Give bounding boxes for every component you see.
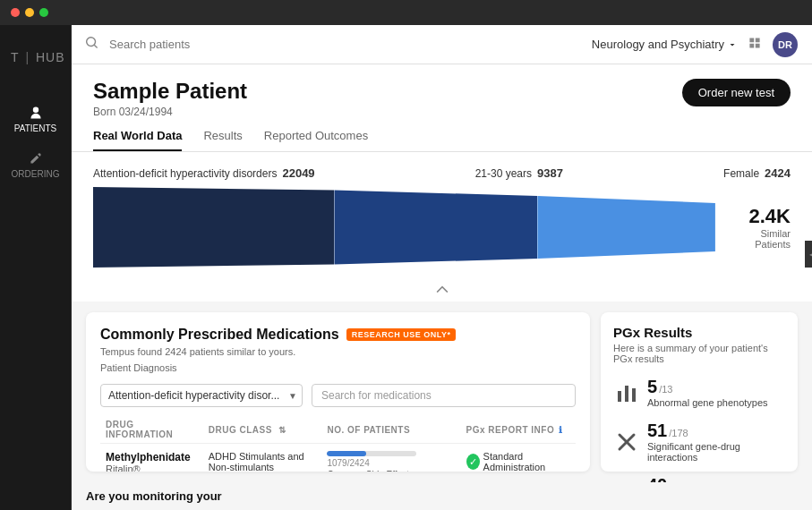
col-pgx-info: PGx REPORT INFO ℹ	[461, 416, 576, 444]
bottom-section: Commonly Prescribed Medications RESEARCH…	[72, 302, 812, 482]
funnel-text-2: 21-30 years	[475, 167, 532, 180]
minimize-dot[interactable]	[25, 8, 34, 17]
funnel-section: Attention-deficit hyperactivity disorder…	[72, 152, 812, 275]
medications-card: Commonly Prescribed Medications RESEARCH…	[86, 312, 590, 472]
sidebar-label-ordering: ORDERING	[12, 169, 60, 179]
pgx-num-2: 51	[647, 421, 667, 441]
col-drug-info: DRUG INFORMATION	[100, 416, 203, 444]
funnel-count-2: 9387	[537, 166, 563, 180]
info-icon[interactable]: ℹ	[559, 425, 563, 435]
sidebar-nav: PATIENTS ORDERING	[0, 97, 71, 188]
logo-sep: |	[25, 50, 30, 64]
filter-label: Patient Diagnosis	[100, 362, 576, 373]
patients-cell: 1079/2424 Common Side Effects Most Commo…	[321, 444, 460, 472]
close-dot[interactable]	[11, 8, 20, 17]
svg-rect-2	[632, 388, 636, 402]
filter-row: Attention-deficit hyperactivity disor...…	[100, 384, 576, 407]
grid-icon[interactable]	[748, 36, 762, 54]
pgx-numbers-1: 5 /13	[647, 377, 768, 397]
funnel-bar-2	[334, 187, 537, 268]
svg-rect-1	[625, 386, 628, 402]
patient-name: Sample Patient	[93, 79, 247, 104]
pgx-numbers-2: 51 /178	[647, 421, 785, 441]
sidebar: T | HUB PATIENTS ORDERING	[0, 25, 72, 510]
pgx-data-2: 51 /178 Significant gene-drug interactio…	[647, 421, 785, 463]
patient-tabs: Real World Data Results Reported Outcome…	[72, 129, 812, 152]
pgx-numbers-3: 40 /118	[647, 475, 785, 482]
patients-label: 1079/2424	[327, 458, 455, 468]
avatar-initials: DR	[778, 39, 792, 50]
monitoring-text: Are you monitoring your	[86, 489, 222, 503]
col-pgx-label: PGx REPORT INFO	[466, 425, 555, 435]
main-content: Neurology and Psychiatry DR	[72, 25, 812, 510]
tab-results[interactable]: Results	[203, 129, 242, 151]
pgx-row-2: 51 /178 Significant gene-drug interactio…	[613, 421, 785, 463]
patient-info: Sample Patient Born 03/24/1994	[93, 79, 247, 118]
sidebar-label-patients: PATIENTS	[14, 123, 56, 133]
diagnosis-select[interactable]: Attention-deficit hyperactivity disor...	[100, 384, 303, 407]
sidebar-collapse-btn[interactable]: ◀	[805, 241, 812, 268]
avatar[interactable]: DR	[773, 32, 798, 57]
funnel-count-3: 2424	[765, 166, 791, 180]
pgx-status: Standard Administration	[483, 451, 570, 472]
patient-dob: Born 03/24/1994	[93, 106, 247, 118]
medication-search-input[interactable]	[312, 384, 576, 407]
table-header: DRUG INFORMATION DRUG CLASS ⇅ NO. OF PAT…	[100, 416, 576, 444]
tab-reported-outcomes[interactable]: Reported Outcomes	[264, 129, 368, 151]
person-icon	[29, 106, 43, 120]
funnel-text-1: Attention-deficit hyperactivity disorder…	[93, 167, 277, 180]
sidebar-item-ordering[interactable]: ORDERING	[0, 142, 71, 188]
filter-section: Patient Diagnosis Attention-deficit hype…	[100, 362, 576, 407]
collapse-button[interactable]	[72, 275, 812, 302]
specialty-label: Neurology and Psychiatry	[592, 38, 724, 51]
check-icon: ✓	[466, 454, 480, 470]
order-new-test-button[interactable]: Order new test	[682, 79, 791, 106]
pgx-denom-2: /178	[669, 428, 688, 438]
pgx-cell: ✓ Standard Administration	[461, 444, 576, 472]
logo-hub: HUB	[36, 50, 65, 64]
app-logo: T | HUB	[11, 50, 65, 64]
logo-t: T	[11, 50, 20, 64]
pgx-desc-1: Abnormal gene phenotypes	[647, 397, 768, 408]
drug-class-text: ADHD Stimulants and Non-stimulants	[209, 451, 317, 472]
funnel-chart-wrap: 2.4K Similar Patients	[93, 187, 791, 268]
search-input[interactable]	[109, 38, 581, 51]
window-chrome	[0, 0, 812, 25]
funnel-labels: Attention-deficit hyperactivity disorder…	[93, 166, 791, 180]
x-cross-icon	[613, 429, 640, 455]
svg-rect-0	[618, 391, 621, 402]
table-body: Methylphenidate Ritalin® ADHD Stimulants…	[100, 444, 576, 472]
side-effects-label: Common Side Effects	[327, 470, 455, 472]
filter-icon[interactable]: ⇅	[278, 425, 286, 435]
chevron-down-icon	[728, 40, 737, 49]
pgx-subtitle: Here is a summary of your patient's PGx …	[613, 343, 785, 364]
progress-bar-wrap	[327, 451, 455, 456]
funnel-label-1: Attention-deficit hyperactivity disorder…	[93, 166, 315, 180]
col-drug-class-label: DRUG CLASS	[209, 425, 272, 435]
pgx-denom-1: /13	[659, 384, 672, 395]
pgx-data-1: 5 /13 Abnormal gene phenotypes	[647, 377, 768, 408]
tab-real-world-data[interactable]: Real World Data	[93, 129, 182, 151]
funnel-count-1: 22049	[282, 166, 314, 180]
sidebar-item-patients[interactable]: PATIENTS	[0, 97, 71, 142]
medications-table: DRUG INFORMATION DRUG CLASS ⇅ NO. OF PAT…	[100, 416, 576, 472]
pgx-num-1: 5	[647, 377, 657, 397]
drug-brand: Ritalin®	[106, 463, 198, 472]
search-icon	[86, 37, 98, 53]
diagnosis-select-wrap: Attention-deficit hyperactivity disor...…	[100, 384, 303, 407]
pgx-title: PGx Results	[613, 325, 785, 340]
monitoring-strip: Are you monitoring your	[72, 482, 812, 510]
medications-subtitle: Tempus found 2424 patients similar to yo…	[100, 346, 576, 357]
funnel-bar-3	[537, 187, 715, 268]
table-row: Methylphenidate Ritalin® ADHD Stimulants…	[100, 444, 576, 472]
collapse-icon	[435, 284, 449, 293]
col-drug-class: DRUG CLASS ⇅	[203, 416, 322, 444]
patient-area: Sample Patient Born 03/24/1994 Order new…	[72, 64, 812, 510]
specialty-selector[interactable]: Neurology and Psychiatry	[592, 38, 737, 51]
maximize-dot[interactable]	[39, 8, 48, 17]
progress-bar	[327, 451, 416, 456]
pgx-data-3: 40 /118 Medications with actionable find…	[647, 475, 785, 482]
topbar-right: Neurology and Psychiatry DR	[592, 32, 798, 57]
medications-title: Commonly Prescribed Medications RESEARCH…	[100, 327, 576, 343]
pgx-row-3: 40 /118 Medications with actionable find…	[613, 475, 785, 482]
